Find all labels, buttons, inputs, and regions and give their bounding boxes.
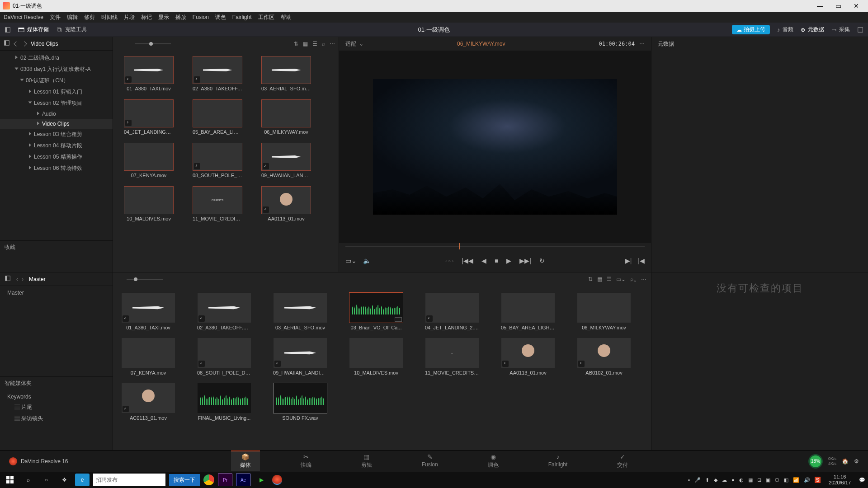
tray-icon[interactable]: ⬆ (705, 477, 709, 483)
tree-item[interactable]: 00-认证班（CN） (0, 75, 113, 86)
mark-out-button[interactable]: ▶| (625, 257, 632, 264)
page-媒体[interactable]: 📦媒体 (231, 450, 260, 471)
tree-item[interactable]: Lesson 05 精剪操作 (0, 151, 113, 163)
master-thumb-slider[interactable] (127, 279, 163, 280)
task-view-button[interactable]: ❖ (57, 474, 71, 486)
menu-DaVinci Resolve[interactable]: DaVinci Resolve (4, 14, 43, 20)
menu-修剪[interactable]: 修剪 (84, 14, 95, 21)
layout-toggle[interactable] (5, 27, 11, 33)
menu-片段[interactable]: 片段 (124, 14, 135, 21)
strip-view-icon[interactable]: ▭⌄ (616, 276, 626, 282)
source-clip[interactable]: 04_JET_LANDING_2.m... (124, 99, 174, 135)
tray-icon[interactable]: ◆ (714, 477, 717, 483)
source-clip[interactable]: 06_MILKYWAY.mov (261, 99, 311, 135)
master-clip[interactable]: 10_MALDIVES.mov (349, 338, 403, 375)
minimize-button[interactable]: — (811, 2, 829, 9)
fit-label[interactable]: 适配 (345, 40, 356, 48)
master-clip[interactable]: 09_HWAIIAN_LANDIN... (273, 338, 327, 375)
home-icon[interactable]: 🏠 (842, 458, 849, 465)
master-clip[interactable]: ...11_MOVIE_CREDITS.... (425, 338, 479, 375)
back-icon[interactable] (14, 41, 19, 46)
source-clip-grid[interactable]: 01_A380_TAXI.mov02_A380_TAKEOFF.m...03_A… (113, 51, 339, 272)
notifications-icon[interactable]: 💬 (859, 477, 865, 483)
menu-Fusion[interactable]: Fusion (193, 14, 209, 20)
tray-icon[interactable]: ◧ (784, 477, 788, 483)
menu-时间线[interactable]: 时间线 (101, 14, 118, 21)
bin-forward-icon[interactable]: › (22, 276, 24, 282)
tree-item[interactable]: Audio (0, 109, 113, 119)
upload-button[interactable]: ☁ 拍摄上传 (732, 25, 770, 34)
premiere-icon[interactable]: Pr (218, 474, 232, 486)
tray-icon[interactable]: ☁ (722, 477, 727, 483)
options-icon[interactable]: ⋯ (330, 41, 335, 47)
first-frame-button[interactable]: |◀◀ (462, 257, 473, 264)
master-clip[interactable]: AA0113_01.mov (501, 338, 555, 375)
menu-工作区[interactable]: 工作区 (258, 14, 274, 21)
tray-icon[interactable]: ▣ (766, 477, 770, 483)
master-clip[interactable]: 02_A380_TAKEOFF.m... (197, 292, 251, 330)
tray-icon[interactable]: ● (731, 477, 735, 483)
master-clip[interactable]: 05_BAY_AREA_LIGHT... (501, 292, 555, 330)
keywords-folder[interactable]: Keywords (5, 392, 108, 402)
chrome-icon[interactable] (203, 474, 214, 485)
menu-文件[interactable]: 文件 (50, 14, 61, 21)
source-clip[interactable]: 07_KENYA.mov (124, 143, 174, 178)
aftereffects-icon[interactable]: Ae (236, 474, 250, 486)
clone-tool-button[interactable]: 克隆工具 (56, 26, 87, 33)
taskbar-search-button[interactable]: 搜索一下 (169, 474, 200, 486)
play-button[interactable]: ▶ (506, 257, 511, 264)
taskbar-search-input[interactable]: 招聘发布 (93, 474, 165, 486)
tray-icon[interactable]: ▪ (688, 477, 690, 483)
thumbnail-size-slider[interactable] (135, 43, 171, 44)
tray-icon[interactable]: 🎤 (694, 477, 701, 483)
master-clip[interactable]: 04_JET_LANDING_2.m... (425, 292, 479, 330)
gear-icon[interactable]: ⚙ (854, 458, 859, 465)
viewer-options-icon[interactable]: ⋯ (639, 41, 645, 47)
capture-button[interactable]: ▭采集 (831, 26, 850, 33)
tray-icon[interactable]: ⊡ (757, 477, 761, 483)
viewer-screen[interactable] (339, 51, 651, 243)
maximize-button[interactable]: ▭ (829, 2, 847, 9)
jog-left-icon[interactable]: ‹ ○ › (445, 258, 453, 263)
master-clip[interactable]: 08_SOUTH_POLE_DC... (197, 338, 251, 375)
master-clip[interactable]: SOUND FX.wav (273, 383, 327, 421)
menu-编辑[interactable]: 编辑 (67, 14, 78, 21)
search-button[interactable]: ⌕ (21, 474, 35, 486)
grid-view-icon[interactable]: ▦ (303, 41, 308, 47)
tray-icon[interactable]: ◐ (739, 477, 744, 483)
source-clip[interactable]: CREDITS11_MOVIE_CREDITS.... (193, 186, 242, 221)
tree-item[interactable]: 02-二级调色.dra (0, 52, 113, 64)
ime-icon[interactable]: S (815, 477, 821, 483)
page-调色[interactable]: ◉调色 (479, 451, 508, 471)
master-clip[interactable]: 06_MILKYWAY.mov (577, 292, 631, 330)
page-交付[interactable]: ✓交付 (608, 451, 637, 471)
folder-tree[interactable]: 02-二级调色.dra0308 day1 入行认证班素材-A00-认证班（CN）… (0, 51, 113, 240)
master-clip[interactable]: 03_Brian_VO_Off Ca... (349, 292, 403, 330)
master-clip[interactable]: AB0102_01.mov (577, 338, 631, 375)
tree-item[interactable]: Lesson 04 移动片段 (0, 140, 113, 151)
tree-item[interactable]: Lesson 02 管理项目 (0, 98, 113, 109)
master-clip[interactable]: FINAL_MUSIC_Living... (197, 383, 251, 421)
forward-icon[interactable] (22, 41, 27, 46)
source-clip[interactable]: 05_BAY_AREA_LIGHT... (193, 99, 242, 135)
source-clip[interactable]: 01_A380_TAXI.mov (124, 56, 174, 91)
page-剪辑[interactable]: ▦剪辑 (352, 451, 381, 471)
tree-item[interactable]: Video Clips (0, 119, 113, 129)
tray-icon[interactable]: ⬡ (775, 477, 779, 483)
fullscreen-button[interactable] (857, 27, 863, 33)
search-icon[interactable]: ⌕ (322, 41, 325, 47)
chevron-down-icon[interactable]: ⌄ (359, 41, 363, 47)
volume-icon[interactable]: 🔊 (804, 477, 810, 483)
keyword-item[interactable]: ▤ 采访镜头 (5, 413, 108, 424)
source-clip[interactable]: 08_SOUTH_POLE_DC... (193, 143, 242, 178)
tree-item[interactable]: Lesson 01 剪辑入门 (0, 86, 113, 98)
start-button[interactable] (3, 474, 17, 486)
scrub-bar[interactable] (345, 243, 645, 249)
grid-view-icon[interactable]: ▦ (597, 276, 602, 282)
list-view-icon[interactable]: ☰ (312, 41, 317, 47)
tree-item[interactable]: Lesson 06 转场特效 (0, 163, 113, 174)
master-clip[interactable]: 03_AERIAL_SFO.mov (273, 292, 327, 330)
list-view-icon[interactable]: ☰ (607, 276, 612, 282)
source-clip[interactable]: 09_HWAIIAN_LANDIN... (261, 143, 311, 178)
source-clip[interactable]: 03_AERIAL_SFO.mov (261, 56, 311, 91)
